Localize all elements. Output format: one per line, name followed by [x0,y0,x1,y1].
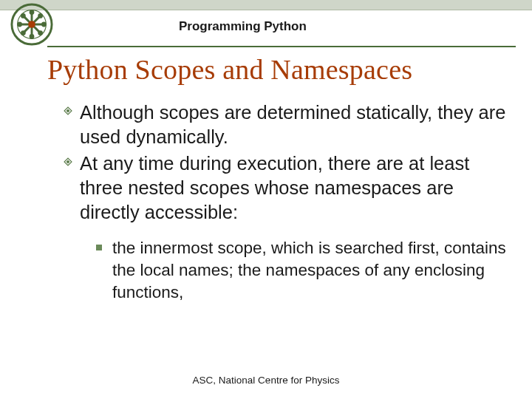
bullet-text: Although scopes are determined staticall… [80,100,507,149]
footer-text: ASC, National Centre for Physics [0,375,532,386]
svg-point-9 [21,32,24,35]
content-body: Although scopes are determined staticall… [64,100,507,303]
header-subject: Programming Python [179,19,307,34]
square-bullet-icon [96,237,112,250]
svg-point-3 [30,35,33,38]
list-item: At any time during execution, there are … [64,151,507,224]
slide: Programming Python Python Scopes and Nam… [0,0,532,399]
bullet-text: the innermost scope, which is searched f… [112,237,507,303]
seal-icon [10,3,53,46]
top-decor-bar [0,0,532,10]
svg-point-2 [30,11,33,14]
diamond-bullet-icon [64,151,80,166]
svg-point-6 [21,14,24,17]
header: Programming Python [0,10,532,43]
svg-point-10 [28,21,35,28]
bullet-text: At any time during execution, there are … [80,151,507,224]
list-item: the innermost scope, which is searched f… [96,237,507,303]
svg-point-4 [18,23,21,26]
svg-point-7 [39,32,42,35]
slide-title: Python Scopes and Namespaces [47,53,516,86]
diamond-bullet-icon [64,100,80,115]
institution-logo [10,3,53,46]
title-rule [47,46,516,47]
list-item: Although scopes are determined staticall… [64,100,507,149]
svg-point-8 [39,14,42,17]
svg-point-5 [43,23,46,26]
